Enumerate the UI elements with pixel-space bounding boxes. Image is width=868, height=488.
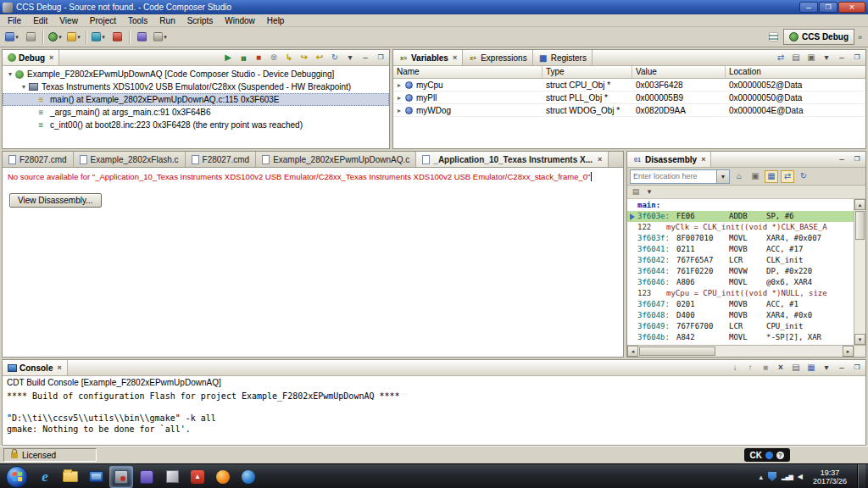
collapse-all-icon[interactable] [789, 52, 803, 64]
editor-tab-application-active[interactable]: _Application_10_Texas Instruments X...× [416, 152, 609, 167]
editor-tab-epwm[interactable]: Example_2802xEPwmUpDownAQ.c [256, 152, 416, 167]
toolbar-overflow-chevron[interactable]: » [858, 33, 862, 42]
scrollbar-thumb[interactable] [639, 347, 715, 356]
disassembly-minimize-icon[interactable] [835, 153, 849, 166]
source-line[interactable]: 123myCpu = CPU_init((void *)NULL, size [627, 288, 854, 299]
restart-icon[interactable] [328, 52, 342, 64]
expand-icon[interactable] [395, 107, 403, 114]
external-tools-button[interactable]: ▾ [152, 29, 169, 46]
editor-tab-close-icon[interactable]: × [598, 155, 602, 164]
tab-variables[interactable]: Variables × [393, 50, 463, 65]
menu-run[interactable]: Run [153, 14, 181, 26]
asm-line[interactable]: 3f6048:D400MOVBXAR4, #0x0 [627, 310, 854, 321]
taskbar-firefox[interactable] [211, 466, 235, 488]
taskbar-app-purple[interactable] [135, 466, 159, 488]
breakpoint-button[interactable]: ▾ [90, 29, 107, 46]
column-value[interactable]: Value [632, 66, 726, 78]
menu-window[interactable]: Window [219, 14, 261, 26]
column-name[interactable]: Name [393, 66, 542, 78]
show-when-stdout-icon[interactable] [743, 362, 757, 374]
show-types-icon[interactable] [774, 52, 787, 64]
show-desktop-button[interactable] [857, 464, 865, 488]
console-tab-close-icon[interactable]: × [57, 363, 61, 372]
step-over-icon[interactable] [298, 52, 311, 64]
disassembly-maximize-icon[interactable] [850, 153, 864, 166]
expand-icon[interactable] [395, 94, 403, 102]
show-source-icon[interactable] [630, 186, 642, 197]
debug-minimize-icon[interactable] [359, 52, 372, 64]
debug-tree-project-row[interactable]: Example_F2802xEPwmUpDownAQ [Code Compose… [3, 68, 389, 80]
variable-row-mycpu[interactable]: myCpu struct CPU_Obj * 0x003F6428 0x0000… [393, 79, 865, 92]
target-config-button[interactable] [108, 29, 125, 46]
show-opcodes-icon[interactable] [765, 170, 778, 183]
debug-tree-device-row[interactable]: Texas Instruments XDS100v2 USB Emulator/… [3, 80, 389, 93]
variable-row-mywdog[interactable]: myWDog struct WDOG_Obj * 0x0820D9AA 0x00… [393, 104, 865, 117]
save-button[interactable] [22, 29, 39, 46]
tab-console[interactable]: Console × [3, 360, 68, 375]
console-output[interactable]: **** Build of configuration Flash for pr… [3, 390, 865, 445]
taskbar-ie[interactable] [33, 466, 57, 488]
debug-tree-frame-args-row[interactable]: _args_main() at args_main.c:91 0x3F64B6 [3, 106, 389, 119]
ime-mode-icon[interactable] [765, 452, 773, 459]
view-disassembly-button[interactable]: View Disassembly... [9, 193, 102, 208]
column-type[interactable]: Type [542, 66, 632, 78]
display-selected-console-icon[interactable] [804, 362, 818, 374]
variables-tab-close-icon[interactable]: × [453, 53, 457, 62]
console-minimize-icon[interactable] [835, 362, 849, 374]
console-maximize-icon[interactable] [850, 362, 864, 374]
console-view-menu-icon[interactable] [820, 362, 833, 374]
home-icon[interactable] [732, 170, 746, 183]
suspend-icon[interactable] [236, 52, 250, 64]
pin-view-icon[interactable] [804, 52, 818, 64]
disassembly-horizontal-scrollbar[interactable]: ◂ ▸ [627, 345, 865, 357]
asm-line[interactable]: 3f6047:0201MOVBACC, #1 [627, 299, 854, 310]
scroll-up-icon[interactable]: ▴ [854, 199, 865, 210]
flash-button[interactable]: ▾ [65, 29, 82, 46]
scroll-left-icon[interactable]: ◂ [627, 346, 638, 357]
editor-tab-f28027-2[interactable]: F28027.cmd [186, 152, 257, 167]
perspective-ccs-debug[interactable]: CCS Debug [783, 29, 854, 45]
menu-tools[interactable]: Tools [122, 14, 153, 26]
debug-view-menu-icon[interactable] [343, 52, 357, 64]
taskbar-adobe-reader[interactable] [186, 466, 209, 488]
tab-debug[interactable]: Debug × [3, 50, 59, 65]
terminate-icon[interactable] [252, 52, 265, 64]
asm-line[interactable]: 3f604b:A842MOVL*-SP[2], XAR [627, 332, 854, 343]
ime-language-bar[interactable]: CK [744, 448, 790, 462]
asm-line[interactable]: 3f6044:761F0220MOVWDP, #0x220 [627, 266, 854, 277]
variables-maximize-icon[interactable] [850, 52, 864, 64]
scroll-down-icon[interactable]: ▾ [854, 334, 865, 345]
variable-row-mypll[interactable]: myPll struct PLL_Obj * 0x000005B9 0x0000… [393, 92, 865, 104]
search-button[interactable] [133, 29, 150, 46]
column-location[interactable]: Location [726, 66, 865, 78]
disconnect-icon[interactable] [267, 52, 281, 64]
tab-disassembly[interactable]: Disassembly × [627, 152, 711, 167]
taskbar-browser[interactable] [236, 466, 260, 488]
asm-line[interactable]: 3f6046:A806MOVL@0x6, XAR4 [627, 277, 854, 288]
close-button[interactable] [838, 2, 865, 13]
security-shield-icon[interactable] [768, 472, 776, 481]
tab-registers[interactable]: Registers [533, 50, 593, 65]
hidden-icons-icon[interactable] [760, 473, 764, 481]
volume-icon[interactable] [798, 473, 803, 480]
menu-view[interactable]: View [53, 14, 84, 26]
location-input[interactable] [631, 172, 716, 180]
tab-expressions[interactable]: Expressions [463, 50, 532, 65]
menu-scripts[interactable]: Scripts [181, 14, 220, 26]
editor-tab-f28027-1[interactable]: F28027.cmd [3, 152, 74, 167]
variables-minimize-icon[interactable] [835, 52, 849, 64]
pin-console-icon[interactable] [789, 362, 803, 374]
expand-icon[interactable] [6, 70, 14, 78]
menu-project[interactable]: Project [84, 14, 122, 26]
expand-icon[interactable] [395, 81, 403, 89]
asm-line-current[interactable]: 3f603e:FE06ADDBSP, #6 [627, 211, 854, 222]
asm-label-line[interactable]: main: [627, 200, 854, 211]
taskbar-clock[interactable]: 19:37 2017/3/26 [808, 469, 852, 485]
open-perspective-button[interactable] [765, 29, 782, 46]
location-combo[interactable]: ▼ [630, 169, 730, 184]
pin-icon[interactable] [748, 170, 762, 183]
menu-file[interactable]: File [2, 14, 27, 26]
maximize-button[interactable] [819, 2, 837, 13]
scroll-right-icon[interactable]: ▸ [843, 346, 854, 357]
menu-edit[interactable]: Edit [27, 14, 53, 26]
